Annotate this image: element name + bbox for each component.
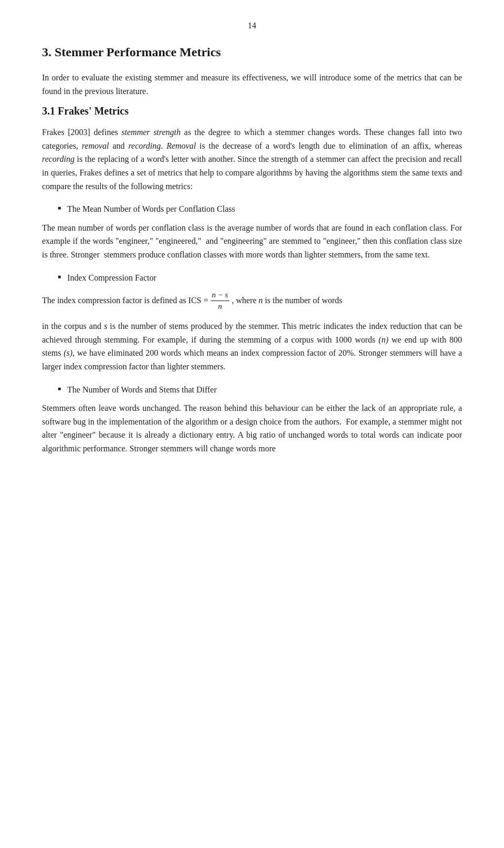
bullet-section-1: ■ The Mean Number of Words per Conflatio… bbox=[42, 202, 462, 216]
formula-line: The index compression factor is defined … bbox=[42, 289, 462, 312]
bullet-section-3: ■ The Number of Words and Stems that Dif… bbox=[42, 383, 462, 397]
bullet-icon-1: ■ bbox=[58, 205, 61, 211]
bullet-item-3: ■ The Number of Words and Stems that Dif… bbox=[42, 383, 462, 397]
bullet-icon-2: ■ bbox=[58, 274, 61, 280]
page-number: 14 bbox=[42, 21, 462, 30]
bullet-icon-3: ■ bbox=[58, 386, 61, 391]
formula-suffix: , where n is the number of words bbox=[232, 293, 342, 308]
bullet-section-2: ■ Index Compression Factor bbox=[42, 271, 462, 285]
chapter-section: 3. Stemmer Performance Metrics In order … bbox=[42, 45, 462, 98]
formula-prefix: The index compression factor is defined … bbox=[42, 293, 208, 308]
chapter-title: 3. Stemmer Performance Metrics bbox=[42, 45, 462, 59]
bullet-label-3: The Number of Words and Stems that Diffe… bbox=[67, 383, 217, 397]
fraction-numerator: n − s bbox=[211, 289, 230, 301]
fraction-denominator: n bbox=[216, 301, 224, 312]
section-3-1: 3.1 Frakes' Metrics Frakes [2003] define… bbox=[42, 105, 462, 455]
paragraph-conflation: The mean number of words per conflation … bbox=[42, 221, 462, 262]
paragraph-icf: in the corpus and s is the number of ste… bbox=[42, 319, 462, 373]
bullet-label-1: The Mean Number of Words per Conflation … bbox=[67, 202, 235, 216]
page: 14 3. Stemmer Performance Metrics In ord… bbox=[0, 0, 504, 848]
intro-paragraph: In order to evaluate the existing stemme… bbox=[42, 71, 462, 98]
bullet-item-1: ■ The Mean Number of Words per Conflatio… bbox=[42, 202, 462, 216]
fraction: n − s n bbox=[211, 289, 230, 312]
bullet-label-2: Index Compression Factor bbox=[67, 271, 156, 285]
section-3-1-title: 3.1 Frakes' Metrics bbox=[42, 105, 462, 117]
paragraph-words-stems: Stemmers often leave words unchanged. Th… bbox=[42, 401, 462, 455]
bullet-item-2: ■ Index Compression Factor bbox=[42, 271, 462, 285]
section-3-1-paragraph-1: Frakes [2003] defines stemmer strength a… bbox=[42, 126, 462, 193]
